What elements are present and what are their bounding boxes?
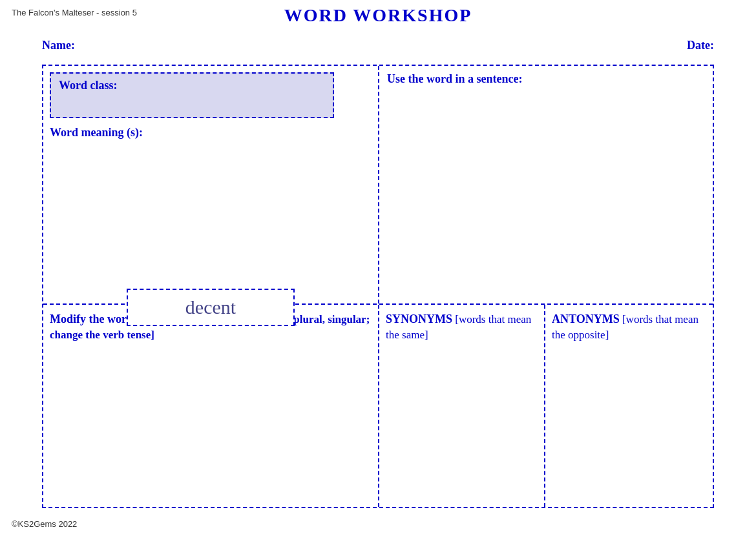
- name-label: Name:: [42, 39, 75, 52]
- use-sentence-content[interactable]: [387, 86, 705, 267]
- synonyms-label-bold: SYNONYMS: [386, 313, 452, 325]
- bottom-modify-panel: Modify the word: [add a prefix or a suff…: [43, 305, 379, 507]
- top-left-panel: Word class: Word meaning (s): decent: [43, 66, 379, 303]
- word-meaning-content[interactable]: [50, 145, 372, 274]
- modify-content[interactable]: [50, 343, 372, 504]
- synonyms-content[interactable]: [386, 343, 538, 504]
- footer-copyright: ©KS2Gems 2022: [12, 519, 77, 529]
- synonyms-label: SYNONYMS [words that mean the same]: [386, 311, 538, 343]
- bottom-antonyms-panel: ANTONYMS [words that mean the opposite]: [545, 305, 713, 507]
- name-date-row: Name: Date:: [42, 39, 714, 52]
- word-class-box: Word class:: [50, 72, 334, 118]
- modify-label-bold: Modify the word:: [50, 313, 137, 325]
- antonyms-label-bold: ANTONYMS: [552, 313, 620, 325]
- center-word-text: decent: [185, 296, 236, 318]
- word-meaning-label: Word meaning (s):: [50, 126, 372, 139]
- antonyms-label: ANTONYMS [words that mean the opposite]: [552, 311, 706, 343]
- word-class-label: Word class:: [59, 79, 118, 92]
- bottom-half: Modify the word: [add a prefix or a suff…: [43, 305, 713, 507]
- date-label: Date:: [687, 39, 714, 52]
- top-right-panel: Use the word in a sentence:: [379, 66, 713, 303]
- use-sentence-label: Use the word in a sentence:: [387, 72, 705, 86]
- top-half: Word class: Word meaning (s): decent Use…: [43, 66, 713, 305]
- antonyms-content[interactable]: [552, 343, 706, 504]
- center-word-box: decent: [127, 289, 295, 326]
- main-grid: Word class: Word meaning (s): decent Use…: [42, 65, 714, 508]
- word-class-content[interactable]: [59, 92, 325, 112]
- bottom-synonyms-panel: SYNONYMS [words that mean the same]: [379, 305, 545, 507]
- page-title: WORD WORKSHOP: [0, 5, 756, 26]
